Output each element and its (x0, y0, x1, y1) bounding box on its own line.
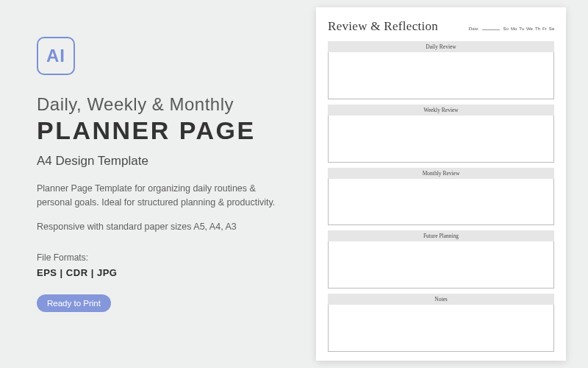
heading-line2: PLANNER PAGE (37, 116, 287, 145)
section-title: Weekly Review (328, 105, 554, 116)
planner-page: Review & Reflection Date Su Mo Tu We Th … (316, 7, 566, 361)
subtitle: A4 Design Template (37, 154, 287, 169)
responsive-note: Responsive with standard paper sizes A5,… (37, 222, 287, 232)
weekday-labels: Su Mo Tu We Th Fr Sa (503, 26, 554, 31)
logo-box: AI (37, 37, 75, 75)
date-line (482, 26, 500, 30)
section-body (328, 52, 554, 99)
day-su: Su (503, 26, 509, 31)
section-body (328, 179, 554, 226)
section-daily-review: Daily Review (328, 41, 554, 99)
section-title: Daily Review (328, 41, 554, 52)
day-sa: Sa (549, 26, 554, 31)
day-th: Th (535, 26, 540, 31)
page-title: Review & Reflection (328, 19, 438, 34)
section-future-planning: Future Planning (328, 230, 554, 289)
date-area: Date Su Mo Tu We Th Fr Sa (468, 26, 554, 32)
file-formats-label: File Formats: (37, 252, 287, 263)
day-tu: Tu (519, 26, 524, 31)
section-title: Future Planning (328, 230, 554, 241)
date-label: Date (468, 26, 478, 32)
section-title: Notes (328, 294, 554, 305)
heading-line1: Daily, Weekly & Monthly (37, 94, 287, 115)
file-formats-value: EPS | CDR | JPG (37, 267, 287, 278)
day-fr: Fr (542, 26, 547, 31)
section-monthly-review: Monthly Review (328, 168, 554, 226)
section-body (328, 116, 554, 163)
section-weekly-review: Weekly Review (328, 105, 554, 163)
preview-panel: Review & Reflection Date Su Mo Tu We Th … (309, 0, 588, 368)
section-notes: Notes (328, 294, 554, 352)
day-we: We (526, 26, 533, 31)
day-mo: Mo (511, 26, 517, 31)
ready-to-print-badge: Ready to Print (37, 294, 111, 312)
section-body (328, 241, 554, 289)
logo-text: AI (46, 46, 65, 66)
description: Planner Page Template for organizing dai… (37, 182, 287, 210)
promo-panel: AI Daily, Weekly & Monthly PLANNER PAGE … (0, 0, 309, 368)
section-title: Monthly Review (328, 168, 554, 179)
page-header: Review & Reflection Date Su Mo Tu We Th … (328, 19, 554, 34)
section-body (328, 305, 554, 352)
